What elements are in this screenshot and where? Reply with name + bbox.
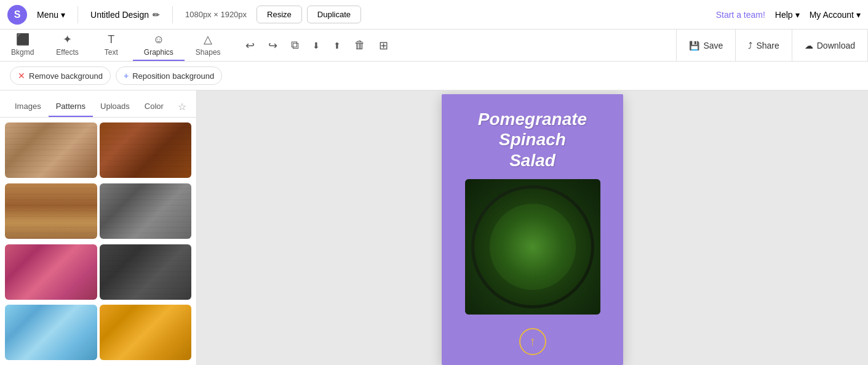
salad-background (465, 179, 600, 315)
grid-button[interactable]: ⊞ (373, 34, 394, 57)
canvas-title-line3: Salad (478, 150, 587, 171)
menu-label: Menu (37, 10, 58, 20)
save-label: Save (703, 41, 723, 50)
reposition-bg-label: Reposition background (132, 71, 214, 81)
main-layout: Images Patterns Uploads Color ☆ Pomegran… (0, 90, 868, 365)
text-icon: T (108, 33, 114, 46)
logo-avatar: S (7, 5, 27, 25)
tab-shapes[interactable]: △ Shapes (185, 30, 232, 61)
top-header: S Menu ▾ Untitled Design ✏ 1080px × 1920… (0, 0, 868, 30)
copy-icon: ⧉ (291, 39, 299, 52)
layer-up-icon: ⬆ (333, 41, 341, 50)
save-button[interactable]: 💾 Save (677, 30, 736, 61)
filter-tab-uploads[interactable]: Uploads (93, 97, 137, 117)
duplicate-button[interactable]: Duplicate (307, 6, 361, 23)
tab-effects-label: Effects (56, 48, 78, 57)
upload-arrow-icon: ↑ (530, 334, 536, 348)
upload-circle-icon: ↑ (519, 328, 546, 355)
pattern-item[interactable] (5, 183, 97, 239)
canvas-area: Pomegranate Spinach Salad ↑ (197, 90, 868, 365)
tab-graphics-label: Graphics (144, 48, 173, 57)
tab-effects[interactable]: ✦ Effects (45, 30, 89, 61)
tab-shapes-label: Shapes (196, 48, 221, 57)
delete-button[interactable]: 🗑 (348, 34, 372, 57)
tab-bkgmd[interactable]: ⬛ Bkgmd (0, 30, 45, 61)
layer-down-button[interactable]: ⬇ (306, 36, 326, 55)
remove-background-button[interactable]: ✕ Remove background (10, 66, 111, 85)
left-tabs: ⬛ Bkgmd ✦ Effects T Text ☺ Graphics △ Sh… (0, 30, 232, 61)
redo-icon: ↪ (268, 39, 277, 52)
help-label: Help (775, 10, 793, 20)
layer-down-icon: ⬇ (313, 41, 320, 50)
delete-icon: 🗑 (354, 39, 365, 52)
pattern-item[interactable] (100, 244, 192, 300)
patterns-grid (0, 118, 196, 365)
edit-icon: ✏ (153, 10, 160, 20)
grid-icon: ⊞ (379, 39, 388, 52)
toolbar-row2: ⬛ Bkgmd ✦ Effects T Text ☺ Graphics △ Sh… (0, 30, 868, 62)
canvas-image (465, 179, 600, 315)
remove-bg-icon: ✕ (18, 71, 25, 81)
pattern-item[interactable] (100, 305, 192, 360)
pattern-item[interactable] (5, 305, 97, 360)
share-button[interactable]: ⤴ Share (736, 30, 792, 61)
menu-chevron-icon: ▾ (61, 10, 65, 20)
divider (78, 6, 78, 23)
reposition-background-button[interactable]: + Reposition background (116, 66, 222, 85)
undo-icon: ↩ (245, 39, 255, 52)
my-account-button[interactable]: My Account ▾ (810, 10, 861, 20)
filter-tabs: Images Patterns Uploads Color ☆ (0, 90, 196, 118)
save-icon: 💾 (689, 41, 699, 50)
tab-bkgmd-label: Bkgmd (11, 48, 34, 57)
toolbar-right: 💾 Save ⤴ Share ☁ Download (676, 30, 868, 61)
salad-bowl (471, 185, 594, 308)
pattern-item[interactable] (5, 122, 97, 178)
filter-tab-images[interactable]: Images (7, 97, 49, 117)
tab-text[interactable]: T Text (90, 30, 133, 61)
bg-edit-bar: ✕ Remove background + Reposition backgro… (0, 62, 868, 90)
redo-button[interactable]: ↪ (262, 34, 284, 57)
menu-button[interactable]: Menu ▾ (32, 7, 70, 22)
download-icon: ☁ (805, 41, 813, 50)
canvas-title-line1: Pomegranate (478, 109, 587, 130)
download-button[interactable]: ☁ Download (792, 30, 868, 61)
divider-2 (172, 6, 173, 23)
filter-tab-patterns[interactable]: Patterns (49, 97, 93, 117)
header-right: Start a team! Help ▾ My Account ▾ (716, 10, 861, 20)
bkgmd-icon: ⬛ (16, 33, 30, 46)
my-account-label: My Account (810, 10, 854, 20)
design-size: 1080px × 1920px (180, 10, 252, 19)
shapes-icon: △ (204, 33, 212, 46)
my-account-chevron-icon: ▾ (856, 10, 861, 20)
share-icon: ⤴ (748, 41, 752, 50)
tab-text-label: Text (105, 48, 118, 57)
design-title: Untitled Design (90, 10, 149, 20)
remove-bg-label: Remove background (29, 71, 103, 81)
design-title-area[interactable]: Untitled Design ✏ (86, 7, 165, 22)
tab-graphics[interactable]: ☺ Graphics (133, 30, 185, 61)
layer-up-button[interactable]: ⬆ (327, 36, 347, 55)
resize-button[interactable]: Resize (257, 6, 302, 23)
design-canvas: Pomegranate Spinach Salad ↑ (442, 94, 623, 365)
undo-button[interactable]: ↩ (239, 34, 261, 57)
left-panel: Images Patterns Uploads Color ☆ (0, 90, 197, 365)
share-label: Share (756, 41, 779, 50)
toolbar-actions: ↩ ↪ ⧉ ⬇ ⬆ 🗑 ⊞ (232, 34, 677, 57)
reposition-bg-icon: + (124, 71, 129, 81)
effects-icon: ✦ (63, 33, 72, 46)
help-button[interactable]: Help ▾ (775, 10, 800, 20)
graphics-icon: ☺ (153, 33, 164, 46)
favorites-button[interactable]: ☆ (175, 98, 189, 115)
help-chevron-icon: ▾ (795, 10, 800, 20)
download-label: Download (817, 41, 855, 50)
filter-tab-color[interactable]: Color (137, 97, 171, 117)
copy-button[interactable]: ⧉ (285, 34, 305, 57)
canvas-title-line2: Spinach (478, 129, 587, 150)
pattern-item[interactable] (100, 122, 192, 178)
salad-greens (490, 204, 576, 290)
pattern-item[interactable] (100, 183, 192, 239)
pattern-item[interactable] (5, 244, 97, 300)
start-team-link[interactable]: Start a team! (716, 10, 765, 20)
canvas-title: Pomegranate Spinach Salad (466, 94, 599, 177)
